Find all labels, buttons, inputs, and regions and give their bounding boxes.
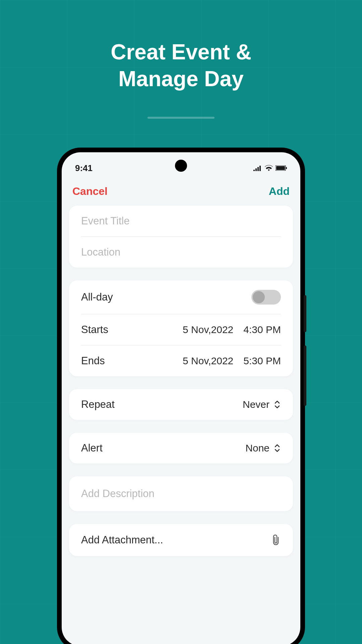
alert-card: Alert None bbox=[69, 433, 293, 464]
starts-label: Starts bbox=[81, 324, 108, 336]
phone-screen: 9:41 Cancel Add Event Ti bbox=[62, 152, 300, 644]
attachment-row[interactable]: Add Attachment... bbox=[69, 524, 293, 556]
allday-row: All-day bbox=[69, 280, 293, 314]
ends-label: Ends bbox=[81, 355, 105, 367]
datetime-card: All-day Starts 5 Nov,2022 4:30 PM Ends bbox=[69, 280, 293, 376]
title-location-card: Event Title Location bbox=[69, 206, 293, 268]
starts-date: 5 Nov,2022 bbox=[183, 324, 233, 335]
allday-toggle[interactable] bbox=[251, 290, 281, 305]
headline-line1: Creat Event & bbox=[0, 39, 362, 65]
allday-label: All-day bbox=[81, 291, 113, 303]
repeat-label: Repeat bbox=[81, 398, 115, 411]
location-placeholder: Location bbox=[81, 246, 120, 258]
cancel-button[interactable]: Cancel bbox=[72, 185, 108, 198]
promo-headline: Creat Event & Manage Day bbox=[0, 39, 362, 92]
repeat-card: Repeat Never bbox=[69, 389, 293, 420]
attachment-label: Add Attachment... bbox=[81, 534, 163, 546]
repeat-value: Never bbox=[243, 399, 269, 410]
event-title-input[interactable]: Event Title bbox=[69, 206, 293, 236]
alert-label: Alert bbox=[81, 442, 103, 454]
starts-values: 5 Nov,2022 4:30 PM bbox=[183, 324, 281, 335]
svg-rect-2 bbox=[286, 167, 287, 169]
alert-value: None bbox=[245, 442, 269, 454]
wifi-icon bbox=[265, 165, 273, 171]
alert-value-group: None bbox=[245, 442, 281, 454]
ends-row[interactable]: Ends 5 Nov,2022 5:30 PM bbox=[69, 345, 293, 376]
phone-frame: 9:41 Cancel Add Event Ti bbox=[57, 148, 305, 644]
phone-side-button bbox=[304, 295, 306, 332]
repeat-value-group: Never bbox=[243, 399, 281, 410]
location-input[interactable]: Location bbox=[69, 237, 293, 268]
nav-bar: Cancel Add bbox=[62, 176, 300, 206]
repeat-row[interactable]: Repeat Never bbox=[69, 389, 293, 420]
paperclip-icon bbox=[271, 534, 281, 546]
form-content: Event Title Location All-day Starts bbox=[62, 206, 300, 556]
attachment-card: Add Attachment... bbox=[69, 524, 293, 556]
phone-side-button bbox=[304, 345, 306, 406]
status-time: 9:41 bbox=[75, 163, 93, 173]
svg-rect-1 bbox=[276, 166, 285, 170]
chevron-updown-icon bbox=[274, 400, 281, 409]
headline-line2: Manage Day bbox=[0, 65, 362, 92]
headline-underline bbox=[147, 117, 215, 119]
toggle-knob bbox=[253, 291, 265, 303]
title-placeholder: Event Title bbox=[81, 215, 130, 227]
status-icons bbox=[253, 165, 287, 171]
chevron-updown-icon bbox=[274, 443, 281, 453]
ends-time: 5:30 PM bbox=[243, 355, 281, 367]
description-placeholder: Add Description bbox=[81, 488, 155, 499]
phone-camera bbox=[175, 160, 187, 172]
battery-icon bbox=[276, 165, 287, 171]
starts-row[interactable]: Starts 5 Nov,2022 4:30 PM bbox=[69, 314, 293, 345]
alert-row[interactable]: Alert None bbox=[69, 433, 293, 464]
signal-icon bbox=[253, 165, 262, 171]
add-button[interactable]: Add bbox=[269, 185, 290, 198]
ends-values: 5 Nov,2022 5:30 PM bbox=[183, 355, 281, 367]
starts-time: 4:30 PM bbox=[243, 324, 281, 335]
description-input[interactable]: Add Description bbox=[69, 476, 293, 511]
ends-date: 5 Nov,2022 bbox=[183, 355, 233, 367]
